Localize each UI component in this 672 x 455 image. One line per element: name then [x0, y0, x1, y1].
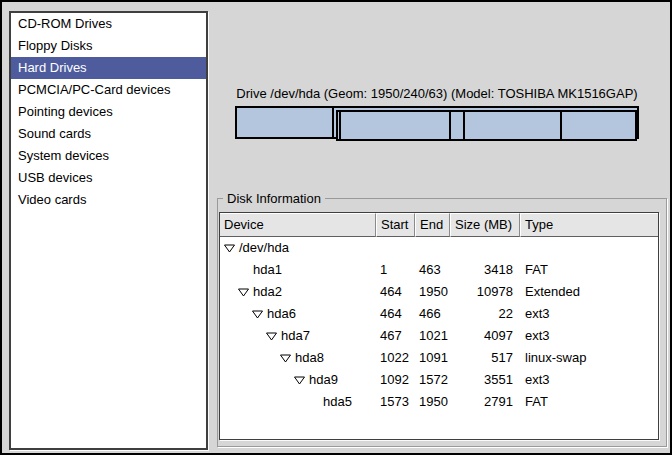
- size-cell: [450, 237, 520, 259]
- end-cell: 466: [415, 303, 450, 325]
- device-label: hda5: [323, 391, 352, 413]
- extended-partition-box: [336, 110, 637, 141]
- device-label: hda9: [309, 369, 338, 391]
- size-cell: 517: [450, 347, 520, 369]
- partition-divider-hda7: [449, 112, 451, 139]
- device-cell: hda9: [220, 369, 376, 391]
- start-cell: 1022: [376, 347, 415, 369]
- device-label: hda2: [253, 281, 282, 303]
- device-cell: hda8: [220, 347, 376, 369]
- expander-open-icon[interactable]: [252, 310, 263, 319]
- device-cell: hda2: [220, 281, 376, 303]
- device-label: hda1: [253, 259, 282, 281]
- partition-bar: [235, 106, 639, 142]
- expander-open-icon[interactable]: [294, 376, 305, 385]
- table-row[interactable]: hda810221091517linux-swap: [220, 347, 658, 369]
- column-header-start[interactable]: Start: [376, 213, 415, 237]
- column-header-type[interactable]: Type: [520, 213, 658, 237]
- start-cell: 1573: [376, 391, 415, 413]
- start-cell: 464: [376, 281, 415, 303]
- type-cell: linux-swap: [520, 347, 658, 369]
- type-cell: ext3: [520, 325, 658, 347]
- table-row[interactable]: /dev/hda: [220, 237, 658, 259]
- type-cell: FAT: [520, 391, 658, 413]
- table-row[interactable]: hda5157319502791FAT: [220, 391, 658, 413]
- drive-title: Drive /dev/hda (Geom: 1950/240/63) (Mode…: [235, 86, 639, 101]
- type-cell: ext3: [520, 369, 658, 391]
- start-cell: 1: [376, 259, 415, 281]
- sidebar-item-hard-drives[interactable]: Hard Drives: [11, 57, 206, 79]
- end-cell: 1572: [415, 369, 450, 391]
- size-cell: 3551: [450, 369, 520, 391]
- size-cell: 4097: [450, 325, 520, 347]
- end-cell: 1021: [415, 325, 450, 347]
- expander-open-icon[interactable]: [266, 332, 277, 341]
- type-cell: Extended: [520, 281, 658, 303]
- type-cell: FAT: [520, 259, 658, 281]
- partition-divider-hda6: [339, 112, 341, 139]
- table-row[interactable]: hda114633418FAT: [220, 259, 658, 281]
- end-cell: 1950: [415, 391, 450, 413]
- disk-information-frame-label: Disk Information: [223, 191, 325, 206]
- expander-open-icon[interactable]: [224, 244, 235, 253]
- column-header-size[interactable]: Size (MB): [450, 213, 520, 237]
- device-label: hda6: [267, 303, 296, 325]
- device-label: /dev/hda: [239, 237, 289, 259]
- device-label: hda7: [281, 325, 310, 347]
- partition-divider-hda9: [560, 112, 562, 139]
- end-cell: 1091: [415, 347, 450, 369]
- device-cell: hda7: [220, 325, 376, 347]
- size-cell: 22: [450, 303, 520, 325]
- device-cell: hda5: [220, 391, 376, 413]
- size-cell: 3418: [450, 259, 520, 281]
- device-category-list: CD-ROM DrivesFloppy DisksHard DrivesPCMC…: [9, 11, 208, 450]
- type-cell: ext3: [520, 303, 658, 325]
- hardware-browser-window: { "colors": { "selection": "#4e5c9d", "w…: [0, 0, 672, 455]
- expander-open-icon[interactable]: [280, 354, 291, 363]
- column-header-device[interactable]: Device: [220, 213, 376, 237]
- start-cell: 464: [376, 303, 415, 325]
- disk-table-body: /dev/hdahda114633418FAThda2464195010978E…: [220, 237, 658, 413]
- partition-table-header: Device Start End Size (MB) Type: [220, 213, 658, 237]
- device-cell: hda6: [220, 303, 376, 325]
- sidebar-item-pcmcia-pc-card-devices[interactable]: PCMCIA/PC-Card devices: [11, 79, 206, 101]
- start-cell: 1092: [376, 369, 415, 391]
- sidebar-item-floppy-disks[interactable]: Floppy Disks: [11, 35, 206, 57]
- sidebar-item-usb-devices[interactable]: USB devices: [11, 167, 206, 189]
- column-header-end[interactable]: End: [415, 213, 450, 237]
- device-cell: /dev/hda: [220, 237, 376, 259]
- partition-table: Device Start End Size (MB) Type /dev/hda…: [219, 212, 659, 440]
- sidebar-item-sound-cards[interactable]: Sound cards: [11, 123, 206, 145]
- start-cell: [376, 237, 415, 259]
- table-row[interactable]: hda2464195010978Extended: [220, 281, 658, 303]
- device-cell: hda1: [220, 259, 376, 281]
- table-row[interactable]: hda646446622ext3: [220, 303, 658, 325]
- size-cell: 2791: [450, 391, 520, 413]
- partition-divider-hda8: [463, 112, 465, 139]
- end-cell: 463: [415, 259, 450, 281]
- table-row[interactable]: hda746710214097ext3: [220, 325, 658, 347]
- device-label: hda8: [295, 347, 324, 369]
- sidebar-item-pointing-devices[interactable]: Pointing devices: [11, 101, 206, 123]
- sidebar-item-system-devices[interactable]: System devices: [11, 145, 206, 167]
- sidebar-item-video-cards[interactable]: Video cards: [11, 189, 206, 211]
- end-cell: 1950: [415, 281, 450, 303]
- end-cell: [415, 237, 450, 259]
- partition-divider-hda1: [332, 108, 334, 137]
- type-cell: [520, 237, 658, 259]
- size-cell: 10978: [450, 281, 520, 303]
- start-cell: 467: [376, 325, 415, 347]
- expander-open-icon[interactable]: [238, 288, 249, 297]
- sidebar-item-cd-rom-drives[interactable]: CD-ROM Drives: [11, 13, 206, 35]
- table-row[interactable]: hda9109215723551ext3: [220, 369, 658, 391]
